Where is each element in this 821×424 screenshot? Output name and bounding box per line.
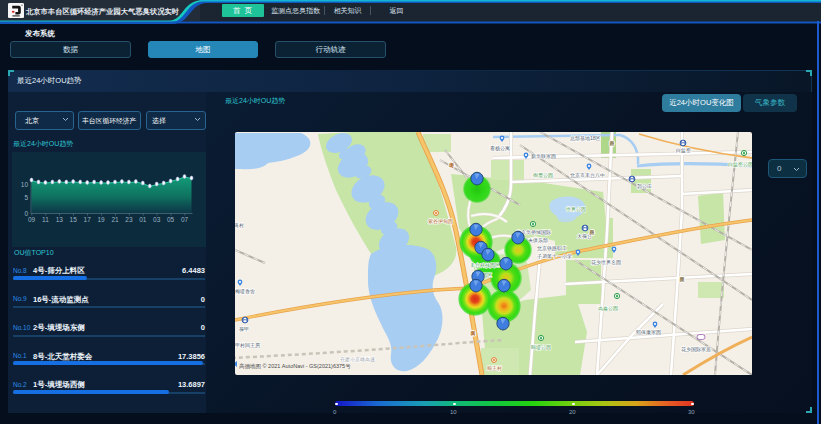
svg-text:花乡国际家居: 花乡国际家居 [681,346,711,353]
svg-text:白盆窑公园: 白盆窑公园 [728,161,752,168]
svg-text:03: 03 [153,216,161,223]
svg-text:15: 15 [70,216,78,223]
svg-text:御景公园: 御景公园 [533,172,553,179]
svg-text:17: 17 [84,216,92,223]
svg-text:北京铁路职工: 北京铁路职工 [537,245,567,252]
svg-text:13: 13 [56,216,64,223]
svg-text:看杨公寓: 看杨公寓 [490,145,510,152]
svg-text:09: 09 [28,216,36,223]
svg-text:花乡世界名园: 花乡世界名园 [591,259,621,266]
svg-text:5: 5 [24,194,28,201]
svg-text:白盆窑: 白盆窑 [676,147,691,154]
svg-text:07: 07 [181,216,189,223]
svg-text:造甲村回王房: 造甲村回王房 [235,342,260,349]
svg-text:总部基地18区: 总部基地18区 [570,135,601,142]
svg-text:高鑫公园: 高鑫公园 [598,305,618,312]
svg-text:北京市丰台八中: 北京市丰台八中 [570,172,605,179]
svg-text:21: 21 [111,216,119,223]
svg-text:熙保康家园: 熙保康家园 [636,329,661,336]
svg-text:在建小京雄高速: 在建小京雄高速 [340,356,375,363]
svg-text:高倚村: 高倚村 [235,222,244,229]
svg-text:梅堤香舍: 梅堤香舍 [235,288,255,295]
svg-text:顺王村: 顺王村 [487,365,502,372]
svg-text:23: 23 [125,216,133,223]
svg-text:郭公庄: 郭公庄 [637,183,652,190]
svg-text:19: 19 [97,216,105,223]
svg-text:葆甲: 葆甲 [239,326,249,332]
svg-text:高德地图 © 2021 AutoNavi - GS(2021: 高德地图 © 2021 AutoNavi - GS(2021)6375号 [239,363,351,370]
svg-text:10: 10 [21,181,29,188]
svg-text:新华联家园: 新华联家园 [531,153,556,160]
svg-text:05: 05 [167,216,175,223]
svg-text:丰台科技园区: 丰台科技园区 [470,262,500,269]
svg-text:紫谷伊甸园: 紫谷伊甸园 [428,218,453,225]
svg-text:子弟第十一小学: 子弟第十一小学 [537,253,572,260]
svg-text:大葆台: 大葆台 [577,233,592,239]
svg-text:11: 11 [42,216,49,223]
svg-text:颐堤公园: 颐堤公园 [531,344,551,351]
svg-text:01: 01 [139,216,147,223]
svg-text:世界公园: 世界公园 [565,206,586,213]
